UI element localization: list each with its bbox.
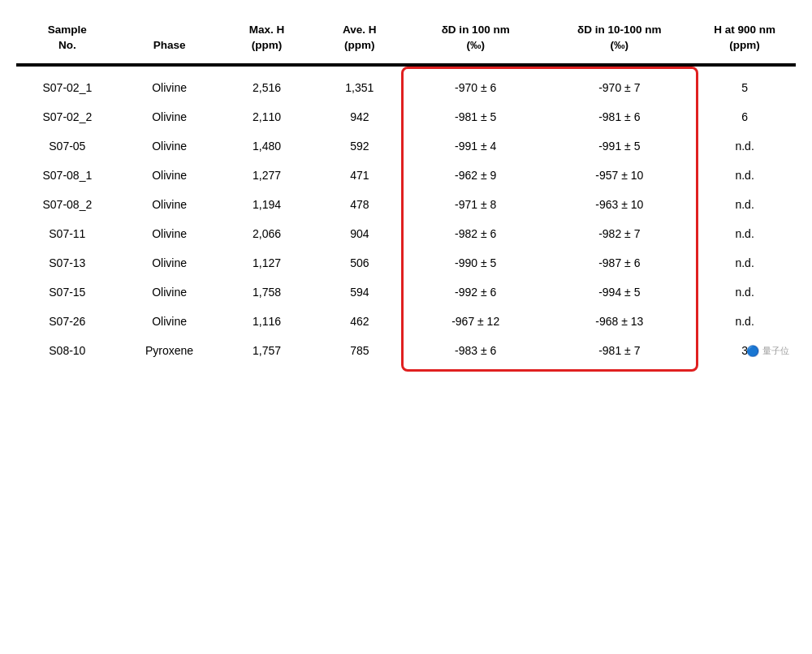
cell-phase: Olivine [119,131,221,161]
cell-dd100: -970 ± 6 [406,73,545,102]
cell-dd10: -957 ± 10 [545,161,693,190]
watermark-text: 量子位 [762,345,789,357]
cell-aveh: 942 [313,102,406,131]
table-row: S07-08_1Olivine1,277471-962 ± 9-957 ± 10… [16,161,796,190]
cell-h900: 5 [693,73,796,102]
cell-dd10: -963 ± 10 [545,190,693,219]
cell-maxh: 1,127 [220,248,313,278]
header-phase: Phase [119,16,221,64]
header-aveh: Ave. H (ppm) [313,16,406,64]
table-row: S07-15Olivine1,758594-992 ± 6-994 ± 5n.d… [16,278,796,307]
cell-dd10: -981 ± 6 [545,102,693,131]
cell-sample: S07-15 [16,278,119,307]
cell-h900: n.d. [693,248,796,278]
cell-sample: S07-05 [16,131,119,161]
table-row: S07-11Olivine2,066904-982 ± 6-982 ± 7n.d… [16,219,796,248]
cell-dd10: -981 ± 7 [545,336,693,365]
cell-dd10: -991 ± 5 [545,131,693,161]
cell-maxh: 1,116 [220,307,313,336]
cell-h900: n.d. [693,307,796,336]
cell-h900: 6 [693,102,796,131]
cell-sample: S08-10 [16,336,119,365]
cell-sample: S07-26 [16,307,119,336]
cell-phase: Olivine [119,161,221,190]
header-dd10: δD in 10-100 nm (‰) [545,16,693,64]
cell-sample: S07-08_1 [16,161,119,190]
cell-dd100: -982 ± 6 [406,219,545,248]
spacer-row [16,66,796,73]
cell-aveh: 594 [313,278,406,307]
cell-maxh: 2,516 [220,73,313,102]
cell-aveh: 785 [313,336,406,365]
cell-phase: Olivine [119,307,221,336]
cell-dd100: -992 ± 6 [406,278,545,307]
cell-maxh: 1,194 [220,190,313,219]
cell-sample: S07-02_2 [16,102,119,131]
header-maxh: Max. H (ppm) [220,16,313,64]
data-table: Sample No. Phase Max. H (ppm) Ave. H (pp… [16,16,796,365]
table-row: S07-05Olivine1,480592-991 ± 4-991 ± 5n.d… [16,131,796,161]
cell-aveh: 904 [313,219,406,248]
header-row: Sample No. Phase Max. H (ppm) Ave. H (pp… [16,16,796,64]
header-dd100: δD in 100 nm (‰) [406,16,545,64]
cell-aveh: 471 [313,161,406,190]
cell-aveh: 592 [313,131,406,161]
cell-phase: Olivine [119,190,221,219]
watermark-icon: 🔵 [746,345,759,357]
table-container: Sample No. Phase Max. H (ppm) Ave. H (pp… [16,16,796,365]
cell-phase: Olivine [119,248,221,278]
cell-h900: n.d. [693,131,796,161]
cell-aveh: 478 [313,190,406,219]
cell-dd10: -982 ± 7 [545,219,693,248]
cell-sample: S07-08_2 [16,190,119,219]
cell-maxh: 1,480 [220,131,313,161]
cell-aveh: 506 [313,248,406,278]
cell-maxh: 1,758 [220,278,313,307]
cell-maxh: 2,110 [220,102,313,131]
header-h900: H at 900 nm (ppm) [693,16,796,64]
cell-h900: n.d. [693,278,796,307]
cell-phase: Olivine [119,73,221,102]
cell-dd100: -962 ± 9 [406,161,545,190]
table-row: S07-02_2Olivine2,110942-981 ± 5-981 ± 66 [16,102,796,131]
table-row: S07-02_1Olivine2,5161,351-970 ± 6-970 ± … [16,73,796,102]
cell-aveh: 1,351 [313,73,406,102]
header-sample: Sample No. [16,16,119,64]
cell-dd10: -968 ± 13 [545,307,693,336]
cell-dd100: -981 ± 5 [406,102,545,131]
cell-dd10: -994 ± 5 [545,278,693,307]
table-row: S08-10Pyroxene1,757785-983 ± 6-981 ± 73 [16,336,796,365]
cell-h900: n.d. [693,190,796,219]
cell-dd100: -991 ± 4 [406,131,545,161]
cell-maxh: 1,757 [220,336,313,365]
cell-h900: n.d. [693,161,796,190]
cell-sample: S07-11 [16,219,119,248]
cell-dd100: -990 ± 5 [406,248,545,278]
cell-sample: S07-13 [16,248,119,278]
table-row: S07-13Olivine1,127506-990 ± 5-987 ± 6n.d… [16,248,796,278]
cell-phase: Olivine [119,102,221,131]
cell-h900: n.d. [693,219,796,248]
table-row: S07-26Olivine1,116462-967 ± 12-968 ± 13n… [16,307,796,336]
cell-phase: Olivine [119,278,221,307]
cell-dd100: -971 ± 8 [406,190,545,219]
cell-dd100: -983 ± 6 [406,336,545,365]
cell-maxh: 1,277 [220,161,313,190]
cell-dd10: -970 ± 7 [545,73,693,102]
cell-sample: S07-02_1 [16,73,119,102]
cell-maxh: 2,066 [220,219,313,248]
cell-dd100: -967 ± 12 [406,307,545,336]
cell-dd10: -987 ± 6 [545,248,693,278]
watermark: 🔵 量子位 [746,345,789,357]
table-row: S07-08_2Olivine1,194478-971 ± 8-963 ± 10… [16,190,796,219]
cell-phase: Olivine [119,219,221,248]
cell-aveh: 462 [313,307,406,336]
cell-phase: Pyroxene [119,336,221,365]
